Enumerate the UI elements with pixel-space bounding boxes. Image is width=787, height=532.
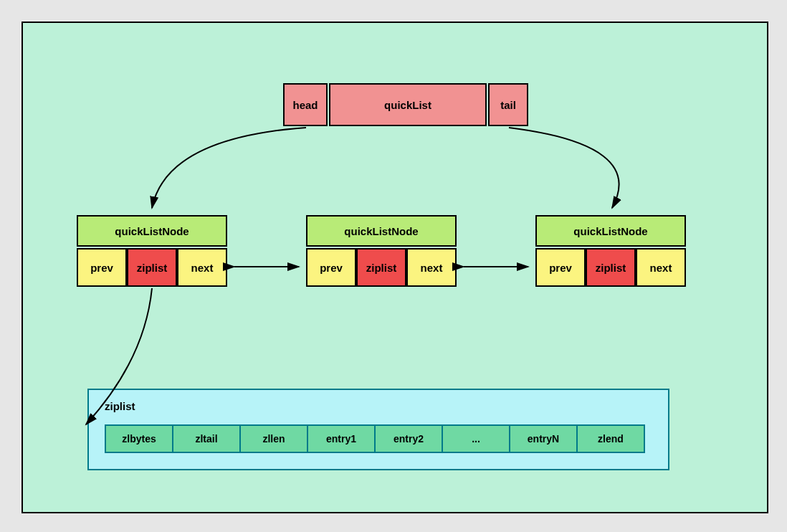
diagram-canvas: head quickList tail quickListNode prev z… bbox=[22, 22, 768, 513]
quicklist-main-cell: quickList bbox=[329, 83, 487, 126]
quicklist-tail-cell: tail bbox=[488, 83, 528, 126]
node1-next: next bbox=[177, 248, 227, 287]
node1-ziplist: ziplist bbox=[127, 248, 177, 287]
node1-title: quickListNode bbox=[77, 215, 227, 247]
node2-ziplist: ziplist bbox=[356, 248, 406, 287]
node2-prev: prev bbox=[306, 248, 356, 287]
ziplist-cell-entry2: entry2 bbox=[374, 424, 443, 453]
ziplist-cell-ellipsis: ... bbox=[442, 424, 510, 453]
ziplist-cell-zllen: zllen bbox=[239, 424, 308, 453]
ziplist-title: ziplist bbox=[105, 400, 135, 412]
ziplist-cell-entryN: entryN bbox=[509, 424, 578, 453]
ziplist-cell-zltail: zltail bbox=[172, 424, 241, 453]
node3-prev: prev bbox=[535, 248, 586, 287]
ziplist-cell-zlend: zlend bbox=[576, 424, 645, 453]
node3-title: quickListNode bbox=[535, 215, 686, 247]
node3-ziplist: ziplist bbox=[586, 248, 636, 287]
ziplist-cell-zlbytes: zlbytes bbox=[105, 424, 173, 453]
quicklist-head-cell: head bbox=[283, 83, 328, 126]
node2-title: quickListNode bbox=[306, 215, 457, 247]
node3-next: next bbox=[636, 248, 686, 287]
node2-next: next bbox=[406, 248, 457, 287]
node1-prev: prev bbox=[77, 248, 127, 287]
ziplist-row: zlbytes zltail zllen entry1 entry2 ... e… bbox=[105, 424, 645, 453]
ziplist-container: ziplist zlbytes zltail zllen entry1 entr… bbox=[87, 389, 669, 470]
ziplist-cell-entry1: entry1 bbox=[307, 424, 376, 453]
